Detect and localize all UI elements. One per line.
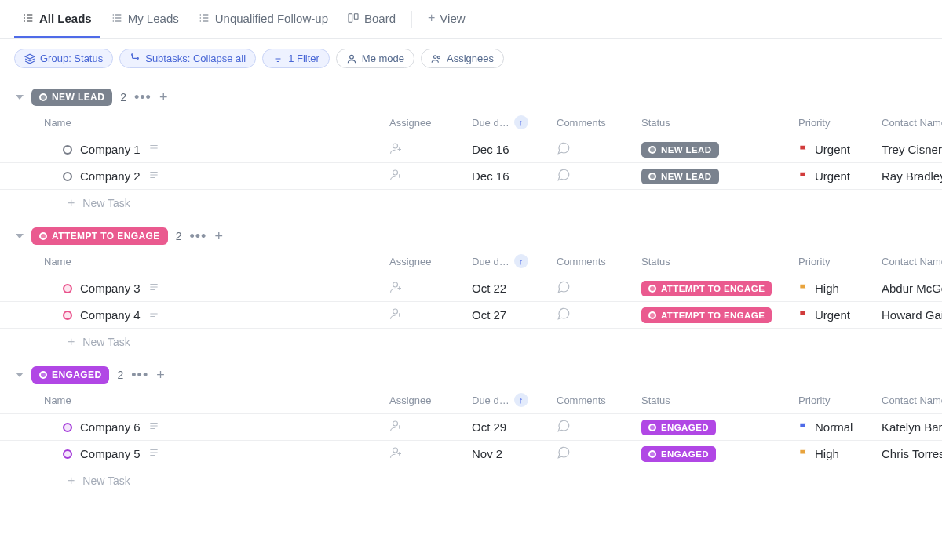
col-comments[interactable]: Comments — [557, 256, 641, 267]
priority-cell[interactable]: Urgent — [798, 169, 882, 183]
task-description-icon[interactable] — [148, 308, 159, 322]
status-cell[interactable]: ENGAGED — [641, 420, 798, 435]
task-name[interactable]: Company 6 — [80, 420, 141, 434]
col-assignee[interactable]: Assignee — [389, 256, 472, 267]
collapse-toggle[interactable] — [16, 234, 24, 238]
task-name[interactable]: Company 4 — [80, 308, 141, 322]
tab-unqualified[interactable]: Unqualified Follow-up — [190, 0, 336, 38]
status-cell[interactable]: NEW LEAD — [641, 169, 798, 184]
col-due[interactable]: Due d… ↑ — [472, 393, 557, 407]
col-priority[interactable]: Priority — [798, 256, 882, 267]
new-task-row[interactable]: + New Task — [0, 467, 942, 494]
col-contact[interactable]: Contact Name — [882, 395, 942, 406]
sort-asc-icon[interactable]: ↑ — [514, 115, 528, 129]
table-row[interactable]: Company 1 Dec 16 NEW LEAD Urgent Trey Ci… — [0, 136, 942, 163]
collapse-toggle[interactable] — [16, 95, 24, 100]
contact-cell[interactable]: Katelyn Barron — [882, 420, 942, 434]
status-dot-icon[interactable] — [63, 172, 72, 181]
col-status[interactable]: Status — [641, 395, 798, 406]
chip-assignees[interactable]: Assignees — [421, 49, 504, 68]
group-add-task[interactable]: + — [159, 89, 168, 106]
assignee-cell[interactable] — [389, 445, 472, 462]
chip-filter[interactable]: 1 Filter — [262, 49, 330, 68]
task-description-icon[interactable] — [148, 420, 159, 434]
status-dot-icon[interactable] — [63, 449, 72, 459]
group-add-task[interactable]: + — [214, 228, 223, 245]
col-status[interactable]: Status — [641, 117, 798, 129]
contact-cell[interactable]: Chris Torres — [882, 447, 942, 460]
comments-cell[interactable] — [557, 307, 641, 323]
status-dot-icon[interactable] — [63, 145, 72, 155]
status-cell[interactable]: ATTEMPT TO ENGAGE — [641, 281, 798, 296]
status-dot-icon[interactable] — [63, 284, 72, 293]
assignee-cell[interactable] — [389, 168, 472, 184]
sort-asc-icon[interactable]: ↑ — [514, 393, 528, 407]
group-more-menu[interactable]: ••• — [134, 93, 152, 101]
task-description-icon[interactable] — [148, 143, 159, 156]
tab-all-leads[interactable]: All Leads — [14, 0, 100, 38]
assignee-cell[interactable] — [389, 280, 472, 296]
chip-me-mode[interactable]: Me mode — [336, 49, 414, 68]
status-dot-icon[interactable] — [63, 423, 72, 432]
col-contact[interactable]: Contact Name — [882, 117, 942, 129]
col-contact[interactable]: Contact Name — [882, 256, 942, 267]
status-cell[interactable]: ATTEMPT TO ENGAGE — [641, 307, 798, 323]
priority-cell[interactable]: Urgent — [798, 143, 882, 156]
task-name[interactable]: Company 3 — [80, 282, 141, 295]
assignee-cell[interactable] — [389, 307, 472, 323]
task-name[interactable]: Company 1 — [80, 143, 141, 156]
assignee-cell[interactable] — [389, 419, 472, 435]
task-description-icon[interactable] — [148, 447, 159, 460]
group-more-menu[interactable]: ••• — [190, 232, 207, 240]
col-priority[interactable]: Priority — [798, 395, 882, 406]
due-cell[interactable]: Oct 27 — [472, 308, 557, 322]
due-cell[interactable]: Nov 2 — [472, 447, 557, 460]
col-assignee[interactable]: Assignee — [389, 117, 472, 129]
col-name[interactable]: Name — [44, 395, 389, 406]
status-cell[interactable]: ENGAGED — [641, 446, 798, 462]
chip-group[interactable]: Group: Status — [14, 49, 113, 68]
sort-asc-icon[interactable]: ↑ — [514, 254, 528, 268]
table-row[interactable]: Company 2 Dec 16 NEW LEAD Urgent Ray Bra… — [0, 163, 942, 190]
group-status-pill[interactable]: ENGAGED — [31, 366, 109, 384]
comments-cell[interactable] — [557, 280, 641, 296]
col-name[interactable]: Name — [44, 256, 389, 267]
contact-cell[interactable]: Howard Gaines — [882, 308, 942, 322]
task-name[interactable]: Company 5 — [80, 447, 141, 460]
comments-cell[interactable] — [557, 141, 641, 158]
group-more-menu[interactable]: ••• — [131, 371, 148, 379]
task-name[interactable]: Company 2 — [80, 169, 141, 183]
group-add-task[interactable]: + — [156, 367, 165, 384]
col-due[interactable]: Due d… ↑ — [472, 115, 557, 129]
due-cell[interactable]: Dec 16 — [472, 143, 557, 156]
col-name[interactable]: Name — [44, 117, 389, 129]
contact-cell[interactable]: Ray Bradley — [882, 169, 942, 183]
due-cell[interactable]: Dec 16 — [472, 169, 557, 183]
group-status-pill[interactable]: ATTEMPT TO ENGAGE — [31, 227, 168, 245]
tab-add-view[interactable]: + View — [420, 0, 473, 38]
col-comments[interactable]: Comments — [557, 395, 641, 406]
table-row[interactable]: Company 4 Oct 27 ATTEMPT TO ENGAGE Urgen… — [0, 302, 942, 329]
table-row[interactable]: Company 3 Oct 22 ATTEMPT TO ENGAGE High … — [0, 275, 942, 302]
assignee-cell[interactable] — [389, 141, 472, 158]
col-priority[interactable]: Priority — [798, 117, 882, 129]
priority-cell[interactable]: High — [798, 282, 882, 295]
tab-my-leads[interactable]: My Leads — [103, 0, 187, 38]
table-row[interactable]: Company 6 Oct 29 ENGAGED Normal Katelyn … — [0, 414, 942, 441]
contact-cell[interactable]: Abdur McGee — [882, 282, 942, 295]
task-description-icon[interactable] — [148, 282, 159, 295]
new-task-row[interactable]: + New Task — [0, 190, 942, 216]
status-cell[interactable]: NEW LEAD — [641, 142, 798, 158]
contact-cell[interactable]: Trey Cisneros — [882, 143, 942, 156]
group-status-pill[interactable]: NEW LEAD — [31, 89, 112, 106]
col-status[interactable]: Status — [641, 256, 798, 267]
due-cell[interactable]: Oct 29 — [472, 420, 557, 434]
chip-subtasks[interactable]: Subtasks: Collapse all — [119, 49, 256, 68]
priority-cell[interactable]: High — [798, 447, 882, 460]
table-row[interactable]: Company 5 Nov 2 ENGAGED High Chris Torre… — [0, 441, 942, 467]
task-description-icon[interactable] — [148, 169, 159, 183]
col-comments[interactable]: Comments — [557, 117, 641, 129]
collapse-toggle[interactable] — [16, 373, 24, 377]
priority-cell[interactable]: Normal — [798, 420, 882, 434]
priority-cell[interactable]: Urgent — [798, 308, 882, 322]
